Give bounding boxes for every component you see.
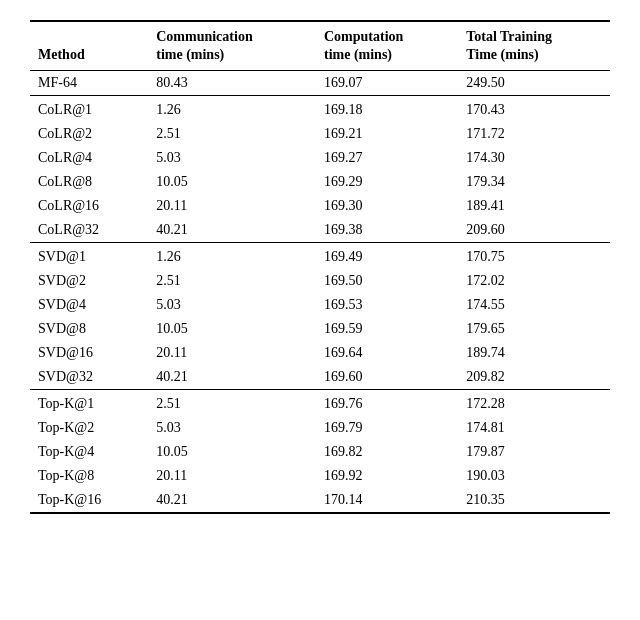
cell-comm: 40.21 bbox=[148, 365, 316, 390]
table-row: CoLR@1620.11169.30189.41 bbox=[30, 194, 610, 218]
cell-comm: 1.26 bbox=[148, 96, 316, 123]
table-row: Top-K@410.05169.82179.87 bbox=[30, 440, 610, 464]
cell-comp: 170.14 bbox=[316, 488, 458, 513]
cell-comp: 169.07 bbox=[316, 71, 458, 96]
cell-total: 170.43 bbox=[458, 96, 610, 123]
header-method-label: Method bbox=[38, 47, 85, 62]
cell-comp: 169.64 bbox=[316, 341, 458, 365]
cell-comp: 169.79 bbox=[316, 416, 458, 440]
cell-total: 179.34 bbox=[458, 170, 610, 194]
cell-total: 179.65 bbox=[458, 317, 610, 341]
table-row: SVD@3240.21169.60209.82 bbox=[30, 365, 610, 390]
cell-total: 179.87 bbox=[458, 440, 610, 464]
table-row: SVD@1620.11169.64189.74 bbox=[30, 341, 610, 365]
cell-comm: 20.11 bbox=[148, 464, 316, 488]
cell-total: 172.28 bbox=[458, 390, 610, 417]
cell-method: CoLR@8 bbox=[30, 170, 148, 194]
cell-comp: 169.53 bbox=[316, 293, 458, 317]
data-table: Method Communicationtime (mins) Computat… bbox=[30, 20, 610, 514]
header-total-label: Total TrainingTime (mins) bbox=[466, 29, 552, 62]
cell-total: 249.50 bbox=[458, 71, 610, 96]
cell-comp: 169.29 bbox=[316, 170, 458, 194]
cell-method: CoLR@1 bbox=[30, 96, 148, 123]
cell-comp: 169.30 bbox=[316, 194, 458, 218]
header-method: Method bbox=[30, 21, 148, 71]
cell-comm: 10.05 bbox=[148, 317, 316, 341]
cell-comm: 20.11 bbox=[148, 341, 316, 365]
table-row: MF-6480.43169.07249.50 bbox=[30, 71, 610, 96]
table-row: CoLR@810.05169.29179.34 bbox=[30, 170, 610, 194]
cell-comm: 80.43 bbox=[148, 71, 316, 96]
cell-comp: 169.18 bbox=[316, 96, 458, 123]
cell-comp: 169.59 bbox=[316, 317, 458, 341]
cell-total: 210.35 bbox=[458, 488, 610, 513]
table-row: Top-K@1640.21170.14210.35 bbox=[30, 488, 610, 513]
cell-comm: 1.26 bbox=[148, 243, 316, 270]
cell-method: Top-K@2 bbox=[30, 416, 148, 440]
table-row: SVD@11.26169.49170.75 bbox=[30, 243, 610, 270]
cell-total: 190.03 bbox=[458, 464, 610, 488]
cell-comm: 20.11 bbox=[148, 194, 316, 218]
cell-comp: 169.21 bbox=[316, 122, 458, 146]
cell-method: SVD@32 bbox=[30, 365, 148, 390]
table-row: SVD@810.05169.59179.65 bbox=[30, 317, 610, 341]
cell-method: SVD@4 bbox=[30, 293, 148, 317]
table-row: CoLR@22.51169.21171.72 bbox=[30, 122, 610, 146]
cell-total: 189.41 bbox=[458, 194, 610, 218]
header-comm-label: Communicationtime (mins) bbox=[156, 29, 252, 62]
table-row: Top-K@820.11169.92190.03 bbox=[30, 464, 610, 488]
cell-comm: 2.51 bbox=[148, 269, 316, 293]
cell-comp: 169.60 bbox=[316, 365, 458, 390]
cell-total: 171.72 bbox=[458, 122, 610, 146]
cell-total: 174.55 bbox=[458, 293, 610, 317]
cell-comm: 2.51 bbox=[148, 390, 316, 417]
cell-comm: 5.03 bbox=[148, 146, 316, 170]
header-row: Method Communicationtime (mins) Computat… bbox=[30, 21, 610, 71]
cell-comp: 169.76 bbox=[316, 390, 458, 417]
table-row: CoLR@3240.21169.38209.60 bbox=[30, 218, 610, 243]
cell-method: CoLR@16 bbox=[30, 194, 148, 218]
cell-total: 209.82 bbox=[458, 365, 610, 390]
table-row: Top-K@25.03169.79174.81 bbox=[30, 416, 610, 440]
cell-method: Top-K@1 bbox=[30, 390, 148, 417]
cell-method: SVD@16 bbox=[30, 341, 148, 365]
cell-comp: 169.38 bbox=[316, 218, 458, 243]
cell-comm: 2.51 bbox=[148, 122, 316, 146]
cell-method: CoLR@4 bbox=[30, 146, 148, 170]
cell-total: 174.81 bbox=[458, 416, 610, 440]
cell-comm: 40.21 bbox=[148, 218, 316, 243]
cell-total: 174.30 bbox=[458, 146, 610, 170]
table-row: Top-K@12.51169.76172.28 bbox=[30, 390, 610, 417]
cell-comp: 169.49 bbox=[316, 243, 458, 270]
cell-comp: 169.27 bbox=[316, 146, 458, 170]
cell-comm: 10.05 bbox=[148, 440, 316, 464]
cell-method: CoLR@2 bbox=[30, 122, 148, 146]
table-row: CoLR@45.03169.27174.30 bbox=[30, 146, 610, 170]
cell-comp: 169.50 bbox=[316, 269, 458, 293]
cell-comm: 5.03 bbox=[148, 293, 316, 317]
cell-comm: 40.21 bbox=[148, 488, 316, 513]
table-row: SVD@22.51169.50172.02 bbox=[30, 269, 610, 293]
cell-comm: 10.05 bbox=[148, 170, 316, 194]
cell-total: 189.74 bbox=[458, 341, 610, 365]
cell-method: CoLR@32 bbox=[30, 218, 148, 243]
cell-method: SVD@2 bbox=[30, 269, 148, 293]
cell-method: Top-K@16 bbox=[30, 488, 148, 513]
cell-comp: 169.82 bbox=[316, 440, 458, 464]
cell-method: SVD@8 bbox=[30, 317, 148, 341]
header-comm: Communicationtime (mins) bbox=[148, 21, 316, 71]
cell-method: Top-K@8 bbox=[30, 464, 148, 488]
cell-method: Top-K@4 bbox=[30, 440, 148, 464]
table-row: CoLR@11.26169.18170.43 bbox=[30, 96, 610, 123]
cell-method: SVD@1 bbox=[30, 243, 148, 270]
header-total: Total TrainingTime (mins) bbox=[458, 21, 610, 71]
header-comp-label: Computationtime (mins) bbox=[324, 29, 403, 62]
cell-comm: 5.03 bbox=[148, 416, 316, 440]
header-comp: Computationtime (mins) bbox=[316, 21, 458, 71]
table-row: SVD@45.03169.53174.55 bbox=[30, 293, 610, 317]
cell-method: MF-64 bbox=[30, 71, 148, 96]
cell-total: 172.02 bbox=[458, 269, 610, 293]
cell-total: 209.60 bbox=[458, 218, 610, 243]
cell-comp: 169.92 bbox=[316, 464, 458, 488]
cell-total: 170.75 bbox=[458, 243, 610, 270]
